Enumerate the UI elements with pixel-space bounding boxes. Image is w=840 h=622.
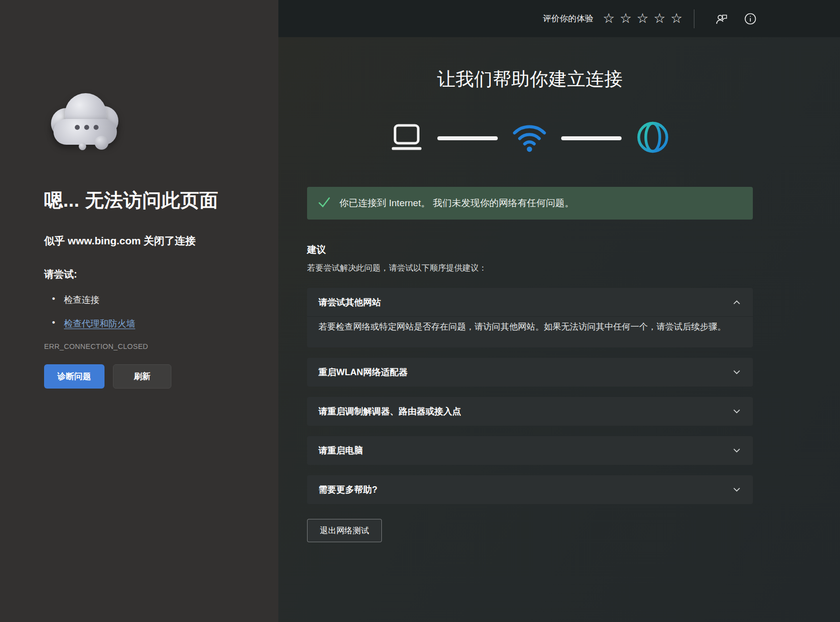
error-code: ERR_CONNECTION_CLOSED bbox=[44, 342, 259, 350]
rating-topbar: 评价你的体验 ☆ ☆ ☆ ☆ ☆ bbox=[278, 0, 840, 37]
accordion-header[interactable]: 重启WLAN网络适配器 bbox=[307, 358, 753, 387]
accordion-label: 请重启调制解调器、路由器或接入点 bbox=[318, 405, 461, 417]
error-subtitle: 似乎 www.bing.com 关闭了连接 bbox=[44, 234, 259, 248]
suggestions-subheading: 若要尝试解决此问题，请尝试以下顺序提供建议： bbox=[307, 263, 753, 274]
cloud-drop bbox=[95, 136, 108, 150]
accordion-restart-wlan-adapter: 重启WLAN网络适配器 bbox=[307, 358, 753, 387]
suggestion-check-connection: 检查连接 bbox=[44, 294, 259, 306]
chevron-down-icon bbox=[733, 407, 740, 416]
rate-experience-label: 评价你的体验 bbox=[543, 13, 593, 24]
diagnose-button[interactable]: 诊断问题 bbox=[44, 364, 105, 389]
connection-line bbox=[561, 136, 622, 140]
star-icon[interactable]: ☆ bbox=[636, 12, 648, 25]
connection-line bbox=[437, 136, 498, 140]
cloud-drop bbox=[79, 143, 86, 150]
accordion-restart-modem-router: 请重启调制解调器、路由器或接入点 bbox=[307, 397, 753, 426]
check-icon bbox=[318, 196, 331, 210]
sad-cloud-illustration bbox=[51, 93, 130, 155]
chevron-down-icon bbox=[733, 485, 740, 494]
suggestion-proxy-firewall: 检查代理和防火墙 bbox=[44, 318, 259, 330]
accordion-need-more-help: 需要更多帮助? bbox=[307, 475, 753, 504]
refresh-button[interactable]: 刷新 bbox=[113, 364, 171, 389]
laptop-icon bbox=[389, 119, 424, 157]
star-icon[interactable]: ☆ bbox=[620, 12, 631, 25]
proxy-firewall-link[interactable]: 检查代理和防火墙 bbox=[64, 319, 135, 329]
chevron-down-icon bbox=[733, 368, 740, 377]
star-icon[interactable]: ☆ bbox=[603, 12, 615, 25]
accordion-label: 请重启电脑 bbox=[318, 445, 363, 456]
helper-title: 让我们帮助你建立连接 bbox=[307, 67, 753, 92]
cloud-face-dot bbox=[84, 125, 89, 130]
star-icon[interactable]: ☆ bbox=[654, 12, 666, 25]
globe-icon bbox=[634, 119, 671, 158]
accordion-body: 若要检查网络或特定网站是否存在问题，请访问其他网站。如果无法访问其中任何一个，请… bbox=[307, 317, 753, 347]
accordion-header[interactable]: 请尝试其他网站 bbox=[307, 288, 753, 317]
try-label: 请尝试: bbox=[44, 268, 259, 281]
error-pane: 嗯... 无法访问此页面 似乎 www.bing.com 关闭了连接 请尝试: … bbox=[0, 0, 278, 622]
suggestion-list: 检查连接 检查代理和防火墙 bbox=[44, 294, 259, 330]
star-icon[interactable]: ☆ bbox=[671, 12, 682, 25]
chevron-up-icon bbox=[733, 298, 740, 307]
feedback-icon[interactable] bbox=[715, 12, 728, 25]
network-test-pane: 评价你的体验 ☆ ☆ ☆ ☆ ☆ bbox=[278, 0, 840, 622]
connection-diagram bbox=[307, 119, 753, 157]
error-actions: 诊断问题 刷新 bbox=[44, 364, 259, 389]
status-banner: 你已连接到 Internet。 我们未发现你的网络有任何问题。 bbox=[307, 187, 753, 220]
topbar-divider bbox=[694, 9, 694, 28]
accordion-try-other-sites: 请尝试其他网站 若要检查网络或特定网站是否存在问题，请访问其他网站。如果无法访问… bbox=[307, 288, 753, 347]
info-icon[interactable] bbox=[744, 12, 757, 25]
suggestion-text: 检查连接 bbox=[64, 295, 100, 305]
accordion-label: 需要更多帮助? bbox=[318, 484, 377, 496]
exit-network-test-button[interactable]: 退出网络测试 bbox=[307, 519, 382, 542]
accordion-label: 重启WLAN网络适配器 bbox=[318, 366, 408, 378]
browser-error-page: 嗯... 无法访问此页面 似乎 www.bing.com 关闭了连接 请尝试: … bbox=[0, 0, 840, 622]
suggestions-heading: 建议 bbox=[307, 243, 753, 256]
chevron-down-icon bbox=[733, 446, 740, 455]
error-title: 嗯... 无法访问此页面 bbox=[44, 188, 259, 213]
accordion-header[interactable]: 请重启电脑 bbox=[307, 436, 753, 465]
cloud-face-dot bbox=[94, 125, 99, 130]
accordion-label: 请尝试其他网站 bbox=[318, 296, 381, 308]
accordion-header[interactable]: 需要更多帮助? bbox=[307, 475, 753, 504]
status-banner-text: 你已连接到 Internet。 我们未发现你的网络有任何问题。 bbox=[339, 197, 574, 210]
accordion-header[interactable]: 请重启调制解调器、路由器或接入点 bbox=[307, 397, 753, 426]
cloud-face-dot bbox=[75, 125, 80, 130]
accordion-restart-computer: 请重启电脑 bbox=[307, 436, 753, 465]
wifi-icon bbox=[511, 118, 548, 158]
suggestion-accordions: 请尝试其他网站 若要检查网络或特定网站是否存在问题，请访问其他网站。如果无法访问… bbox=[307, 288, 753, 504]
